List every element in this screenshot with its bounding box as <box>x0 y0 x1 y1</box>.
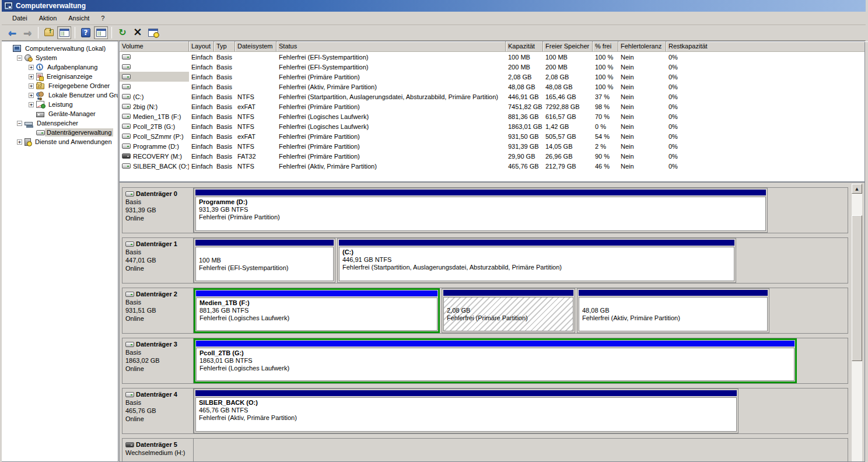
partition-status: Fehlerfrei (Logisches Laufwerk) <box>200 314 434 322</box>
table-row[interactable]: Pcoll_SZmmr (P:)EinfachBasisexFATFehlerf… <box>120 131 864 141</box>
column-header-typ[interactable]: Typ <box>214 41 235 51</box>
column-header-layout[interactable]: Layout <box>189 41 214 51</box>
cell-typ: Basis <box>214 72 235 82</box>
table-row[interactable]: RECOVERY (M:)EinfachBasisFAT32Fehlerfrei… <box>120 151 864 161</box>
back-button[interactable]: ← <box>5 26 19 39</box>
table-row[interactable]: 2big (N:)EinfachBasisexFATFehlerfrei (Pr… <box>120 102 864 111</box>
disk-name-text: Datenträger 5 <box>136 440 177 449</box>
tree-item-ereignisanzeige[interactable]: +Ereignisanzeige <box>2 72 118 81</box>
users-icon <box>36 92 44 99</box>
primary-partition-bar <box>443 290 573 296</box>
cell-kap: 465,76 GB <box>506 161 543 171</box>
menu-item-aktion[interactable]: Aktion <box>33 13 63 23</box>
column-header-dateisystem[interactable]: Dateisystem <box>235 41 276 51</box>
expand-icon[interactable]: + <box>29 93 34 98</box>
partition-medien-1tb-f[interactable]: Medien_1TB (F:)881,36 GB NTFSFehlerfrei … <box>194 288 440 333</box>
disk-label-datentr-ger-5[interactable]: Datenträger 5Wechselmedium (H:) <box>123 439 194 461</box>
partition-programme-d[interactable]: Programme (D:)931,39 GB NTFSFehlerfrei (… <box>194 188 768 233</box>
table-row[interactable]: SILBER_BACK (O:)EinfachBasisNTFSFehlerfr… <box>120 161 864 171</box>
partition-2-08-gb[interactable]: 2,08 GBFehlerfrei (Primäre Partition) <box>442 288 575 333</box>
show-console-tree-button[interactable] <box>57 26 71 39</box>
disk-properties-icon <box>148 29 158 37</box>
scroll-up-button[interactable]: ▲ <box>852 184 862 194</box>
expand-icon[interactable]: + <box>29 83 34 89</box>
partition-size: 1863,01 GB NTFS <box>200 357 791 365</box>
cell-rest: 0% <box>666 111 868 121</box>
partition-100-mb[interactable]: 100 MBFehlerfrei (EFI-Systempartition) <box>194 238 335 283</box>
disk-label-datentr-ger-2[interactable]: Datenträger 2Basis931,51 GBOnline <box>123 288 194 333</box>
disk-row-datentr-ger-5: Datenträger 5Wechselmedium (H:) <box>122 438 848 461</box>
disk-icon <box>125 242 134 247</box>
tree-item-freigegebene-ordner[interactable]: +Freigegebene Ordner <box>2 81 118 90</box>
scrollbar-thumb[interactable] <box>852 215 862 361</box>
vertical-scrollbar[interactable]: ▲ <box>852 184 862 461</box>
cell-typ: Basis <box>214 121 235 131</box>
expand-icon[interactable]: + <box>29 74 34 79</box>
refresh-button[interactable]: ↻ <box>116 26 130 39</box>
column-header-kapazit-t[interactable]: Kapazität <box>506 41 543 51</box>
help-button[interactable]: ? <box>79 26 93 39</box>
partition-48-08-gb[interactable]: 48,08 GBFehlerfrei (Aktiv, Primäre Parti… <box>577 288 769 333</box>
toolbar-separator <box>75 27 75 38</box>
expand-icon[interactable]: + <box>29 102 34 107</box>
cell-typ: Basis <box>214 62 235 72</box>
column-header-volume[interactable]: Volume <box>120 41 189 51</box>
show-action-pane-button[interactable] <box>94 26 108 39</box>
table-row[interactable]: (C:)EinfachBasisNTFSFehlerfrei (Startpar… <box>120 92 864 102</box>
table-row[interactable]: EinfachBasisFehlerfrei (EFI-Systempartit… <box>120 62 864 72</box>
delete-button[interactable]: × <box>131 26 145 39</box>
column-header-freier-speicher[interactable]: Freier Speicher <box>543 41 593 51</box>
tree-item-leistung[interactable]: +Leistung <box>2 100 118 109</box>
table-row[interactable]: EinfachBasisFehlerfrei (Primäre Partitio… <box>120 72 864 82</box>
cell-pfrei: 54 % <box>593 131 618 141</box>
cell-frei: 48,08 GB <box>543 82 593 92</box>
cell-typ: Basis <box>214 102 235 111</box>
column-header-restkapazit-t[interactable]: Restkapazität <box>666 41 868 51</box>
menu-item-blank[interactable]: ? <box>95 13 110 23</box>
tree-item-datentr-gerverwaltung[interactable]: Datenträgerverwaltung <box>2 128 118 137</box>
table-row[interactable]: Medien_1TB (F:)EinfachBasisNTFSFehlerfre… <box>120 111 864 121</box>
collapse-icon[interactable]: − <box>17 55 22 61</box>
table-row[interactable]: EinfachBasisFehlerfrei (EFI-Systempartit… <box>120 52 864 62</box>
tree-item-aufgabenplanung[interactable]: +Aufgabenplanung <box>2 62 118 72</box>
up-one-level-button[interactable] <box>42 26 56 39</box>
partition-c[interactable]: (C:)446,91 GB NTFSFehlerfrei (Startparti… <box>337 238 736 283</box>
table-row[interactable]: Pcoll_2TB (G:)EinfachBasisNTFSFehlerfrei… <box>120 121 864 131</box>
partition-pcoll-2tb-g[interactable]: Pcoll_2TB (G:)1863,01 GB NTFSFehlerfrei … <box>194 338 797 383</box>
disk-label-datentr-ger-4[interactable]: Datenträger 4Basis465,76 GBOnline <box>123 388 194 433</box>
tree-item-computerverwaltung-lokal[interactable]: Computerverwaltung (Lokal) <box>2 44 118 53</box>
tree-item-datenspeicher[interactable]: −Datenspeicher <box>2 118 118 128</box>
partition-silber-back-o[interactable]: SILBER_BACK (O:)465,76 GB NTFSFehlerfrei… <box>194 388 738 433</box>
menu-item-datei[interactable]: Datei <box>6 13 33 23</box>
menu-item-ansicht[interactable]: Ansicht <box>62 13 95 23</box>
disk-properties-button[interactable] <box>146 26 160 39</box>
title-bar[interactable]: Computerverwaltung <box>2 0 866 12</box>
disk-label-datentr-ger-1[interactable]: Datenträger 1Basis447,01 GBOnline <box>123 238 194 283</box>
tree-item-ger-te-manager[interactable]: Geräte-Manager <box>2 109 118 118</box>
cell-status: Fehlerfrei (Aktiv, Primäre Partition) <box>276 161 506 171</box>
cell-typ: Basis <box>214 161 235 171</box>
tree-item-label: Computerverwaltung (Lokal) <box>23 44 107 52</box>
column-header-frei[interactable]: % frei <box>593 41 618 51</box>
back-icon: ← <box>8 28 16 38</box>
disk-name: Datenträger 5 <box>125 440 190 449</box>
table-row[interactable]: EinfachBasisFehlerfrei (Aktiv, Primäre P… <box>120 82 864 92</box>
cell-status: Fehlerfrei (EFI-Systempartition) <box>276 62 506 72</box>
column-header-fehlertoleranz[interactable]: Fehlertoleranz <box>618 41 666 51</box>
column-header-status[interactable]: Status <box>276 41 506 51</box>
cell-layout: Einfach <box>189 121 214 131</box>
tree-item-dienste-und-anwendungen[interactable]: +Dienste und Anwendungen <box>2 137 118 146</box>
cell-rest: 0% <box>666 52 868 62</box>
tree-item-system[interactable]: −System <box>2 53 118 62</box>
forward-button[interactable]: → <box>20 26 34 39</box>
table-row[interactable]: Programme (D:)EinfachBasisNTFSFehlerfrei… <box>120 141 864 151</box>
cell-frei: 212,79 GB <box>543 161 593 171</box>
expand-icon[interactable]: + <box>29 65 34 70</box>
cell-rest: 0% <box>666 102 868 111</box>
disk-label-datentr-ger-0[interactable]: Datenträger 0Basis931,39 GBOnline <box>123 188 194 233</box>
disk-type: Basis <box>125 198 190 206</box>
disk-label-datentr-ger-3[interactable]: Datenträger 3Basis1863,02 GBOnline <box>123 338 194 383</box>
tree-item-lokale-benutzer-und-grup[interactable]: +Lokale Benutzer und Grup <box>2 90 118 100</box>
expand-icon[interactable]: + <box>17 139 22 145</box>
collapse-icon[interactable]: − <box>17 121 22 126</box>
